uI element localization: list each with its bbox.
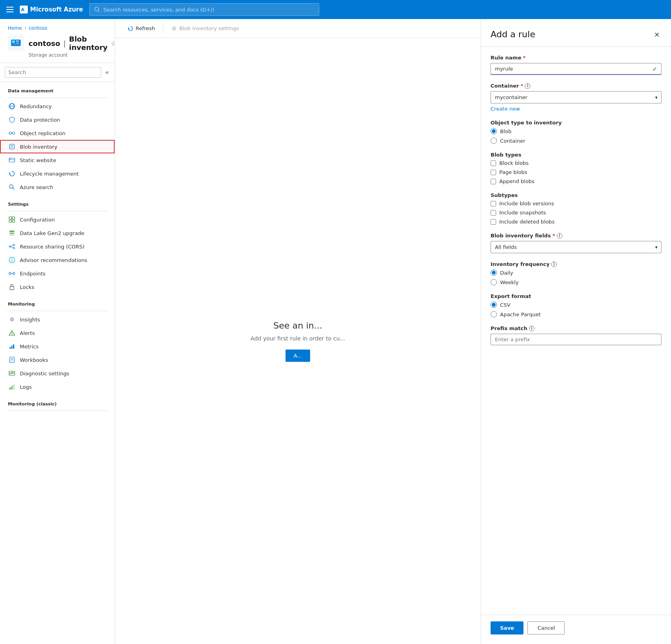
sidebar-item-logs[interactable]: Logs <box>0 380 115 394</box>
radio-daily-input[interactable] <box>491 269 497 276</box>
svg-rect-40 <box>13 272 15 275</box>
add-rule-main-button[interactable]: A... <box>286 350 310 362</box>
radio-weekly-label: Weekly <box>500 279 519 285</box>
frequency-info-icon[interactable]: i <box>551 262 557 267</box>
svg-rect-42 <box>10 287 14 290</box>
sidebar-item-blob-inventory[interactable]: Blob inventory <box>0 140 115 153</box>
rule-name-group: Rule name * ✓ <box>491 55 661 75</box>
sidebar-item-label-workbooks: Workbooks <box>20 357 48 363</box>
export-format-label: Export format <box>491 293 661 299</box>
checkbox-page-blobs[interactable]: Page blobs <box>491 169 661 175</box>
sidebar-item-object-replication[interactable]: Object replication <box>0 126 115 140</box>
insights-icon <box>8 315 16 323</box>
prefix-info-icon[interactable]: i <box>529 326 535 331</box>
panel-close-button[interactable]: × <box>652 29 661 40</box>
sidebar-item-label-alerts: Alerts <box>20 330 35 336</box>
hamburger-menu[interactable] <box>6 7 13 12</box>
svg-point-33 <box>13 247 15 249</box>
checkbox-include-deleted-blobs[interactable]: Include deleted blobs <box>491 219 661 225</box>
subtypes-group: Subtypes Include blob versions Include s… <box>491 192 661 225</box>
sidebar-collapse-button[interactable]: « <box>104 68 110 77</box>
radio-daily[interactable]: Daily <box>491 269 661 276</box>
rule-name-input[interactable] <box>491 63 661 75</box>
sidebar-item-data-lake[interactable]: Data Lake Gen2 upgrade <box>0 226 115 240</box>
subtypes-checkbox-group: Include blob versions Include snapshots … <box>491 201 661 225</box>
checkbox-snapshots-input[interactable] <box>491 210 496 216</box>
checkbox-block-blobs[interactable]: Block blobs <box>491 160 661 166</box>
sidebar-item-locks[interactable]: Locks <box>0 280 115 294</box>
radio-weekly-input[interactable] <box>491 279 497 285</box>
radio-container[interactable]: Container <box>491 138 661 144</box>
add-rule-panel: Add a rule × Rule name * ✓ Container * <box>481 19 671 644</box>
sidebar-item-metrics[interactable]: Metrics <box>0 340 115 353</box>
container-select[interactable]: mycontainer <box>491 91 661 103</box>
save-button[interactable]: Save <box>491 621 523 634</box>
container-info-icon[interactable]: i <box>525 83 530 89</box>
checkbox-page-blobs-input[interactable] <box>491 170 496 175</box>
fields-info-icon[interactable]: i <box>557 233 562 239</box>
sidebar-item-azure-search[interactable]: Azure search <box>0 180 115 194</box>
sidebar-item-redundancy[interactable]: Redundancy <box>0 99 115 113</box>
nav-section-monitoring-classic: Monitoring (classic) <box>0 395 115 414</box>
blob-inventory-fields-group: Blob inventory fields * i All fields ▾ <box>491 233 661 253</box>
radio-container-input[interactable] <box>491 138 497 144</box>
radio-blob-input[interactable] <box>491 128 497 134</box>
sidebar-item-insights[interactable]: Insights <box>0 313 115 326</box>
nav-section-monitoring: Monitoring Insights Alerts <box>0 295 115 395</box>
checkbox-include-snapshots[interactable]: Include snapshots <box>491 210 661 216</box>
blob-inventory-settings-button[interactable]: Blob inventory settings <box>167 23 244 34</box>
checkbox-blob-versions-input[interactable] <box>491 201 496 206</box>
blob-inventory-icon <box>8 143 16 151</box>
cancel-button[interactable]: Cancel <box>527 621 565 634</box>
radio-apache-parquet-input[interactable] <box>491 311 497 317</box>
sidebar-item-data-protection[interactable]: Data protection <box>0 113 115 126</box>
radio-csv[interactable]: CSV <box>491 302 661 308</box>
sidebar-search-input[interactable] <box>5 67 101 78</box>
sidebar-item-diagnostic[interactable]: Diagnostic settings <box>0 367 115 380</box>
checkbox-append-blobs[interactable]: Append blobs <box>491 178 661 184</box>
checkbox-append-blobs-label: Append blobs <box>499 178 535 184</box>
radio-blob[interactable]: Blob <box>491 128 661 134</box>
logs-icon <box>8 383 16 391</box>
sidebar-item-endpoints[interactable]: Endpoints <box>0 267 115 280</box>
checkbox-block-blobs-input[interactable] <box>491 161 496 166</box>
refresh-button[interactable]: Refresh <box>123 23 160 34</box>
breadcrumb-home[interactable]: Home <box>8 25 22 31</box>
svg-point-32 <box>13 244 15 246</box>
global-search-bar[interactable]: Search resources, services, and docs (G+… <box>89 3 319 16</box>
sidebar-item-label-lifecycle-management: Lifecycle management <box>20 171 79 177</box>
favorite-star-icon[interactable]: ☆ <box>111 40 115 47</box>
blob-inventory-fields-select-container: All fields ▾ <box>491 241 661 253</box>
workbooks-icon <box>8 356 16 364</box>
blob-inventory-fields-select[interactable]: All fields <box>491 241 661 253</box>
radio-apache-parquet-label: Apache Parquet <box>500 311 541 317</box>
svg-line-3 <box>98 11 100 12</box>
sidebar-item-configuration[interactable]: Configuration <box>0 213 115 226</box>
svg-point-46 <box>12 334 12 335</box>
svg-rect-30 <box>10 235 14 235</box>
radio-apache-parquet[interactable]: Apache Parquet <box>491 311 661 317</box>
refresh-icon <box>128 26 133 31</box>
svg-point-12 <box>9 132 12 134</box>
breadcrumb-current[interactable]: contoso <box>29 25 47 31</box>
blob-types-label: Blob types <box>491 152 661 158</box>
sidebar-item-resource-sharing[interactable]: Resource sharing (CORS) <box>0 240 115 253</box>
create-new-container-link[interactable]: Create new <box>491 106 661 112</box>
sidebar-item-advisor[interactable]: Advisor recommendations <box>0 253 115 267</box>
radio-weekly[interactable]: Weekly <box>491 279 661 285</box>
section-divider-monitoring-classic <box>6 411 108 411</box>
checkbox-deleted-blobs-input[interactable] <box>491 219 496 225</box>
sidebar-item-static-website[interactable]: Static website <box>0 153 115 167</box>
sidebar-item-label-blob-inventory: Blob inventory <box>20 144 58 150</box>
checkbox-append-blobs-input[interactable] <box>491 179 496 184</box>
sidebar-item-lifecycle-management[interactable]: Lifecycle management <box>0 167 115 180</box>
checkbox-include-blob-versions[interactable]: Include blob versions <box>491 201 661 206</box>
svg-point-2 <box>95 7 99 11</box>
prefix-match-input[interactable] <box>491 334 661 345</box>
sidebar-item-workbooks[interactable]: Workbooks <box>0 353 115 367</box>
radio-csv-input[interactable] <box>491 302 497 308</box>
svg-line-34 <box>11 245 13 247</box>
sidebar-item-alerts[interactable]: Alerts <box>0 326 115 340</box>
sidebar-item-label-data-protection: Data protection <box>20 117 60 123</box>
settings-icon <box>171 26 177 31</box>
